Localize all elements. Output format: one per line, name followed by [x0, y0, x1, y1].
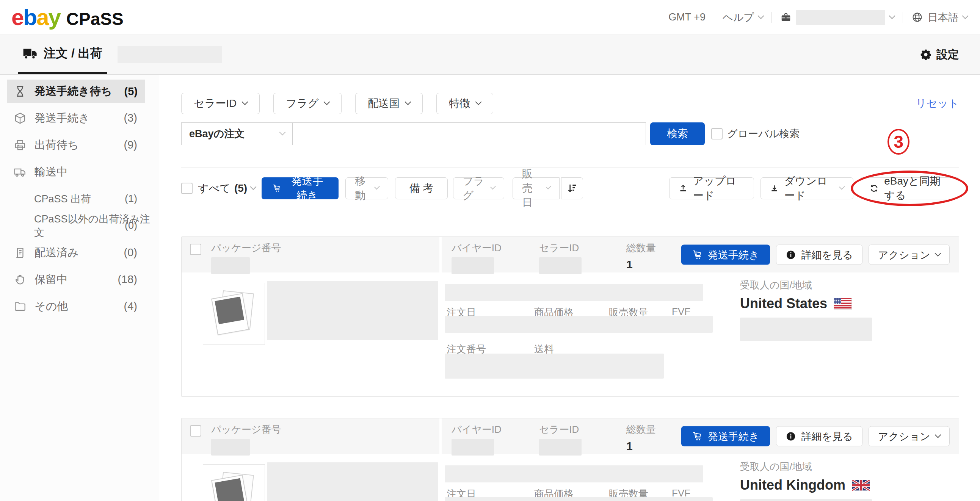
global-search-checkbox[interactable]	[711, 128, 722, 140]
redacted-item-row	[445, 465, 703, 482]
card-ship-button[interactable]: 発送手続き	[681, 426, 770, 447]
product-image-placeholder[interactable]	[203, 464, 265, 501]
order-checkbox[interactable]	[190, 425, 201, 437]
sidebar-item-on-hold[interactable]: 保留中 (18)	[0, 266, 159, 293]
info-icon	[786, 431, 796, 442]
language-menu[interactable]: 日本語	[912, 11, 967, 24]
chevron-down-icon	[324, 99, 330, 105]
search-row: eBayの注文 検索 グローバル検索	[181, 122, 959, 145]
hourglass-icon	[13, 84, 27, 98]
section-divider	[181, 167, 959, 167]
divider	[772, 12, 772, 23]
move-button[interactable]: 移動	[345, 177, 388, 199]
sidebar-item-non-cpass-shipped-orders[interactable]: CPaSS以外の出荷済み注文 (0)	[0, 212, 159, 239]
filter-feature[interactable]: 特徴	[436, 93, 493, 114]
download-icon	[770, 183, 779, 194]
filter-row: セラーID フラグ 配送国 特徴 リセット	[181, 93, 959, 114]
global-search-label: グローバル検索	[727, 127, 800, 141]
redacted-recipient-name	[740, 318, 872, 341]
receipt-icon	[13, 246, 27, 259]
sidebar-item-in-transit[interactable]: 輸送中	[0, 158, 159, 185]
briefcase-icon	[780, 12, 792, 23]
redacted-package-number	[211, 439, 250, 455]
truck-icon	[13, 165, 27, 179]
sync-ebay-button[interactable]: eBayと同期する	[860, 177, 959, 199]
sync-icon	[869, 183, 879, 194]
filter-seller-id[interactable]: セラーID	[181, 93, 260, 114]
truck-icon	[22, 46, 38, 61]
sale-date-button[interactable]: 販売日	[512, 177, 560, 199]
card-action-button[interactable]: アクション	[869, 426, 950, 447]
search-category-select[interactable]: eBayの注文	[181, 122, 293, 145]
redacted-recipient-name	[740, 499, 872, 501]
download-button[interactable]: ダウンロード	[760, 177, 853, 199]
recipient-country-value: United Kingdom	[740, 477, 872, 493]
search-input[interactable]	[292, 122, 646, 145]
redacted-account-name	[796, 10, 885, 25]
card-details-button[interactable]: 詳細を見る	[776, 426, 862, 447]
total-qty-value: 1	[626, 258, 656, 271]
chevron-down-icon	[490, 184, 496, 190]
card-ship-button[interactable]: 発送手続き	[681, 245, 770, 265]
redacted-order-values	[445, 497, 713, 501]
redacted-order-values	[445, 316, 713, 333]
sidebar-item-cpass-shipments[interactable]: CPaSS 出荷 (1)	[0, 185, 159, 212]
order-checkbox[interactable]	[190, 244, 201, 255]
redacted-seller-id	[539, 257, 582, 274]
tab-bar: 注文 / 出荷 設定	[0, 35, 980, 75]
upload-button[interactable]: アップロード	[669, 177, 754, 199]
chevron-down-icon	[962, 13, 969, 19]
photo-placeholder-icon	[214, 473, 254, 501]
search-button[interactable]: 検索	[650, 122, 705, 145]
total-qty-label: 総数量	[626, 242, 656, 254]
select-all-checkbox[interactable]	[181, 183, 192, 194]
sidebar-item-awaiting-shipment[interactable]: 出荷待ち (9)	[0, 132, 159, 158]
flag-button[interactable]: フラグ	[453, 177, 504, 199]
card-action-button[interactable]: アクション	[869, 245, 950, 265]
redacted-product-title	[267, 462, 438, 501]
buyer-id-label: バイヤーID	[452, 423, 501, 436]
uk-flag-icon	[852, 480, 870, 491]
redacted-tab	[118, 46, 222, 63]
page: ebay CPaSS GMT +9 ヘルプ	[0, 0, 980, 501]
ebay-cpass-logo[interactable]: ebay CPaSS	[11, 4, 124, 30]
printer-icon	[13, 138, 27, 152]
order-card: パッケージ番号 バイヤーID セラーID 総数量 1	[181, 237, 959, 397]
sidebar-item-others[interactable]: その他 (4)	[0, 293, 159, 320]
card-details-button[interactable]: 詳細を見る	[776, 245, 862, 265]
info-icon	[786, 250, 796, 260]
select-all-dropdown[interactable]: すべて (5)	[198, 181, 256, 196]
redacted-buyer-id	[452, 257, 494, 274]
chevron-down-icon	[242, 99, 248, 105]
redacted-package-number	[211, 257, 250, 274]
annotation-circled-3: 3	[888, 129, 910, 154]
filter-flag[interactable]: フラグ	[273, 93, 342, 114]
sort-descending-icon	[566, 182, 578, 194]
sync-ebay-wrap: eBayと同期する 3	[860, 177, 959, 199]
package-number-label: パッケージ番号	[211, 423, 281, 436]
sidebar-item-shipping-process[interactable]: 発送手続き (3)	[0, 105, 159, 132]
product-image-placeholder[interactable]	[203, 283, 265, 345]
sort-descending-button[interactable]	[561, 177, 583, 199]
account-menu[interactable]	[780, 10, 894, 25]
bulk-action-row: すべて (5) 発送手続き 移動	[181, 177, 959, 199]
sidebar-item-delivered[interactable]: 配送済み (0)	[0, 239, 159, 266]
recipient-country-label: 受取人の国/地域	[740, 460, 872, 473]
tab-orders-shipments[interactable]: 注文 / 出荷	[18, 35, 107, 74]
sidebar-item-awaiting-shipping-process[interactable]: 発送手続き待ち (5)	[7, 80, 145, 103]
timezone-label: GMT +9	[668, 11, 706, 23]
filter-destination-country[interactable]: 配送国	[355, 93, 423, 114]
seller-id-label: セラーID	[539, 423, 582, 436]
main-content: セラーID フラグ 配送国 特徴 リセット	[159, 75, 980, 501]
top-header: ebay CPaSS GMT +9 ヘルプ	[0, 0, 980, 35]
bulk-ship-button[interactable]: 発送手続き	[262, 177, 339, 199]
settings-button[interactable]: 設定	[920, 47, 959, 62]
order-card-body: 注文日 商品価格 販売数量 FVF 受取人の国/地域 United Kingdo…	[181, 454, 959, 501]
globe-icon	[912, 11, 923, 23]
reset-link[interactable]: リセット	[916, 96, 959, 111]
help-menu[interactable]: ヘルプ	[722, 11, 763, 24]
chevron-down-icon	[758, 13, 764, 19]
note-button[interactable]: 備 考	[395, 177, 448, 199]
total-qty-label: 総数量	[626, 423, 656, 436]
recipient-country-label: 受取人の国/地域	[740, 278, 872, 292]
